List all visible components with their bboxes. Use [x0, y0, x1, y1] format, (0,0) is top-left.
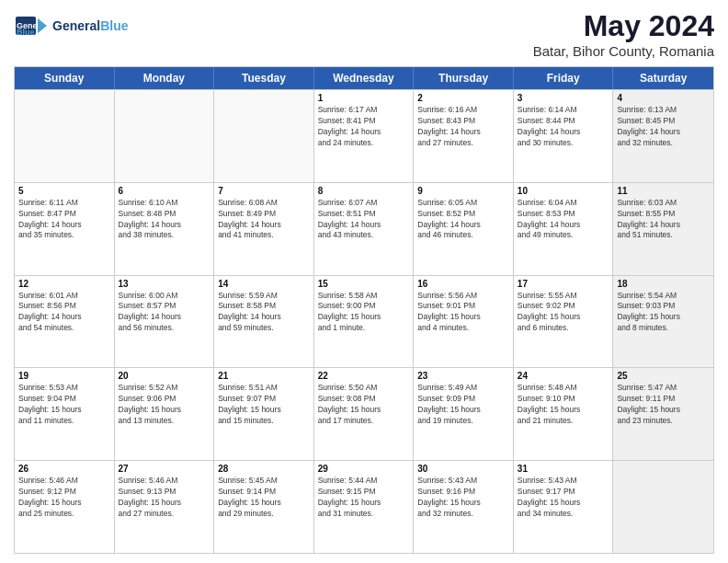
calendar-row-1: 1Sunrise: 6:17 AM Sunset: 8:41 PM Daylig…: [15, 89, 713, 182]
day-cell-6: 6Sunrise: 6:10 AM Sunset: 8:48 PM Daylig…: [115, 183, 215, 275]
day-cell-31: 31Sunrise: 5:43 AM Sunset: 9:17 PM Dayli…: [514, 461, 614, 553]
day-cell-25: 25Sunrise: 5:47 AM Sunset: 9:11 PM Dayli…: [613, 368, 713, 460]
day-cell-2: 2Sunrise: 6:16 AM Sunset: 8:43 PM Daylig…: [414, 90, 514, 182]
day-number: 14: [218, 279, 310, 289]
calendar-row-2: 5Sunrise: 6:11 AM Sunset: 8:47 PM Daylig…: [15, 182, 713, 275]
calendar-body: 1Sunrise: 6:17 AM Sunset: 8:41 PM Daylig…: [15, 89, 713, 553]
day-number: 6: [119, 186, 210, 196]
day-header-wednesday: Wednesday: [314, 67, 415, 89]
day-header-tuesday: Tuesday: [214, 67, 314, 89]
day-cell-4: 4Sunrise: 6:13 AM Sunset: 8:45 PM Daylig…: [613, 90, 713, 182]
day-info: Sunrise: 5:44 AM Sunset: 9:15 PM Dayligh…: [318, 476, 410, 520]
day-number: 23: [417, 371, 509, 381]
day-number: 28: [218, 464, 310, 474]
day-cell-29: 29Sunrise: 5:44 AM Sunset: 9:15 PM Dayli…: [314, 461, 415, 553]
day-cell-30: 30Sunrise: 5:43 AM Sunset: 9:16 PM Dayli…: [414, 461, 514, 553]
day-cell-7: 7Sunrise: 6:08 AM Sunset: 8:49 PM Daylig…: [214, 183, 314, 275]
day-number: 29: [318, 464, 410, 474]
svg-text:Blue: Blue: [17, 28, 35, 37]
day-cell-17: 17Sunrise: 5:55 AM Sunset: 9:02 PM Dayli…: [514, 276, 614, 368]
subtitle: Batar, Bihor County, Romania: [533, 43, 714, 59]
day-number: 1: [318, 93, 410, 103]
day-number: 4: [617, 93, 710, 103]
empty-cell: [15, 90, 115, 182]
day-info: Sunrise: 6:13 AM Sunset: 8:45 PM Dayligh…: [617, 105, 710, 149]
day-info: Sunrise: 6:03 AM Sunset: 8:55 PM Dayligh…: [617, 198, 710, 242]
day-info: Sunrise: 6:10 AM Sunset: 8:48 PM Dayligh…: [119, 198, 210, 242]
day-cell-13: 13Sunrise: 6:00 AM Sunset: 8:57 PM Dayli…: [115, 276, 215, 368]
day-info: Sunrise: 6:11 AM Sunset: 8:47 PM Dayligh…: [18, 198, 110, 242]
day-info: Sunrise: 5:50 AM Sunset: 9:08 PM Dayligh…: [318, 383, 410, 427]
day-cell-21: 21Sunrise: 5:51 AM Sunset: 9:07 PM Dayli…: [214, 368, 314, 460]
day-info: Sunrise: 5:48 AM Sunset: 9:10 PM Dayligh…: [518, 383, 609, 427]
day-header-monday: Monday: [115, 67, 215, 89]
day-cell-22: 22Sunrise: 5:50 AM Sunset: 9:08 PM Dayli…: [314, 368, 415, 460]
day-info: Sunrise: 5:46 AM Sunset: 9:13 PM Dayligh…: [119, 476, 210, 520]
day-number: 16: [417, 279, 509, 289]
day-number: 27: [119, 464, 210, 474]
day-header-sunday: Sunday: [15, 67, 115, 89]
day-number: 2: [417, 93, 509, 103]
day-cell-10: 10Sunrise: 6:04 AM Sunset: 8:53 PM Dayli…: [514, 183, 614, 275]
day-info: Sunrise: 5:43 AM Sunset: 9:16 PM Dayligh…: [417, 476, 509, 520]
day-cell-28: 28Sunrise: 5:45 AM Sunset: 9:14 PM Dayli…: [214, 461, 314, 553]
day-number: 22: [318, 371, 410, 381]
day-info: Sunrise: 5:59 AM Sunset: 8:58 PM Dayligh…: [218, 291, 310, 335]
day-number: 20: [119, 371, 210, 381]
day-number: 10: [518, 186, 609, 196]
day-info: Sunrise: 5:47 AM Sunset: 9:11 PM Dayligh…: [617, 383, 710, 427]
day-number: 3: [518, 93, 609, 103]
day-number: 25: [617, 371, 710, 381]
day-info: Sunrise: 5:51 AM Sunset: 9:07 PM Dayligh…: [218, 383, 310, 427]
logo-icon: General Blue: [14, 9, 47, 42]
day-number: 19: [18, 371, 110, 381]
day-info: Sunrise: 5:45 AM Sunset: 9:14 PM Dayligh…: [218, 476, 310, 520]
day-cell-1: 1Sunrise: 6:17 AM Sunset: 8:41 PM Daylig…: [314, 90, 415, 182]
day-info: Sunrise: 6:16 AM Sunset: 8:43 PM Dayligh…: [417, 105, 509, 149]
day-info: Sunrise: 5:53 AM Sunset: 9:04 PM Dayligh…: [18, 383, 110, 427]
day-cell-20: 20Sunrise: 5:52 AM Sunset: 9:06 PM Dayli…: [115, 368, 215, 460]
day-cell-3: 3Sunrise: 6:14 AM Sunset: 8:44 PM Daylig…: [514, 90, 614, 182]
day-info: Sunrise: 5:52 AM Sunset: 9:06 PM Dayligh…: [119, 383, 210, 427]
day-number: 9: [417, 186, 509, 196]
header: General Blue GeneralBlue May 2024 Batar,…: [14, 9, 714, 59]
day-header-thursday: Thursday: [414, 67, 514, 89]
day-info: Sunrise: 6:04 AM Sunset: 8:53 PM Dayligh…: [518, 198, 609, 242]
day-info: Sunrise: 6:01 AM Sunset: 8:56 PM Dayligh…: [18, 291, 110, 335]
day-number: 30: [417, 464, 509, 474]
day-number: 31: [518, 464, 609, 474]
day-info: Sunrise: 6:00 AM Sunset: 8:57 PM Dayligh…: [119, 291, 210, 335]
day-cell-24: 24Sunrise: 5:48 AM Sunset: 9:10 PM Dayli…: [514, 368, 614, 460]
day-cell-16: 16Sunrise: 5:56 AM Sunset: 9:01 PM Dayli…: [414, 276, 514, 368]
day-cell-11: 11Sunrise: 6:03 AM Sunset: 8:55 PM Dayli…: [613, 183, 713, 275]
day-number: 12: [18, 279, 110, 289]
day-info: Sunrise: 5:46 AM Sunset: 9:12 PM Dayligh…: [18, 476, 110, 520]
calendar-header: SundayMondayTuesdayWednesdayThursdayFrid…: [15, 67, 713, 89]
day-info: Sunrise: 5:55 AM Sunset: 9:02 PM Dayligh…: [518, 291, 609, 335]
day-number: 8: [318, 186, 410, 196]
day-info: Sunrise: 5:56 AM Sunset: 9:01 PM Dayligh…: [417, 291, 509, 335]
day-info: Sunrise: 6:14 AM Sunset: 8:44 PM Dayligh…: [518, 105, 609, 149]
main-title: May 2024: [533, 9, 714, 43]
day-cell-18: 18Sunrise: 5:54 AM Sunset: 9:03 PM Dayli…: [613, 276, 713, 368]
day-cell-12: 12Sunrise: 6:01 AM Sunset: 8:56 PM Dayli…: [15, 276, 115, 368]
day-cell-5: 5Sunrise: 6:11 AM Sunset: 8:47 PM Daylig…: [15, 183, 115, 275]
day-number: 21: [218, 371, 310, 381]
calendar: SundayMondayTuesdayWednesdayThursdayFrid…: [14, 66, 714, 554]
day-info: Sunrise: 5:54 AM Sunset: 9:03 PM Dayligh…: [617, 291, 710, 335]
day-number: 13: [119, 279, 210, 289]
day-info: Sunrise: 6:08 AM Sunset: 8:49 PM Dayligh…: [218, 198, 310, 242]
day-info: Sunrise: 6:07 AM Sunset: 8:51 PM Dayligh…: [318, 198, 410, 242]
calendar-row-5: 26Sunrise: 5:46 AM Sunset: 9:12 PM Dayli…: [15, 460, 713, 553]
day-number: 5: [18, 186, 110, 196]
day-info: Sunrise: 6:05 AM Sunset: 8:52 PM Dayligh…: [417, 198, 509, 242]
day-info: Sunrise: 6:17 AM Sunset: 8:41 PM Dayligh…: [318, 105, 410, 149]
day-header-friday: Friday: [514, 67, 614, 89]
calendar-row-4: 19Sunrise: 5:53 AM Sunset: 9:04 PM Dayli…: [15, 367, 713, 460]
day-number: 26: [18, 464, 110, 474]
day-cell-14: 14Sunrise: 5:59 AM Sunset: 8:58 PM Dayli…: [214, 276, 314, 368]
title-section: May 2024 Batar, Bihor County, Romania: [533, 9, 714, 59]
day-number: 7: [218, 186, 310, 196]
logo-text: GeneralBlue: [52, 18, 128, 34]
empty-cell: [115, 90, 215, 182]
